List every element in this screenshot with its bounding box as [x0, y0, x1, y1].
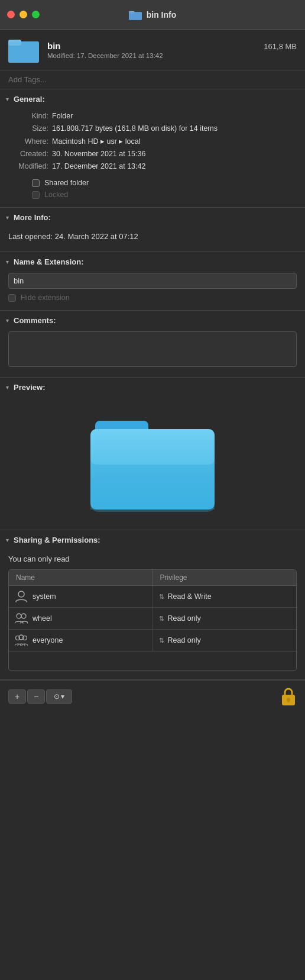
- title-bar-content: bin Info: [129, 9, 177, 20]
- shared-folder-checkbox[interactable]: [32, 179, 40, 187]
- general-chevron-icon: ▾: [6, 96, 9, 102]
- general-section: ▾ General: Kind: Folder Size: 161.808.71…: [0, 89, 305, 208]
- size-value: 161.808.717 bytes (161,8 MB on disk) for…: [52, 122, 297, 135]
- perm-row-system: system ⇅ Read & Write: [9, 586, 296, 608]
- sharing-permissions-header[interactable]: ▾ Sharing & Permissions:: [0, 530, 305, 549]
- more-info-body: Last opened: 24. March 2022 at 07:12: [0, 226, 305, 252]
- more-options-chevron-icon: ▾: [61, 692, 64, 701]
- window-title: bin Info: [147, 10, 177, 20]
- perm-name-cell-system: system: [9, 586, 153, 607]
- file-header: bin 161,8 MB Modified: 17. December 2021…: [0, 30, 305, 70]
- file-info: bin 161,8 MB Modified: 17. December 2021…: [47, 41, 297, 59]
- preview-section: ▾ Preview:: [0, 378, 305, 530]
- name-extension-section: ▾ Name & Extension: Hide extension: [0, 252, 305, 311]
- modified-row: Modified: 17. December 2021 at 13:42: [8, 160, 297, 173]
- perm-privilege-wheel: Read only: [168, 614, 201, 623]
- file-modified: Modified: 17. December 2021 at 13:42: [47, 52, 297, 59]
- perm-empty-row-1: [9, 652, 296, 670]
- preview-title: Preview:: [14, 383, 45, 392]
- more-info-header[interactable]: ▾ More Info:: [0, 208, 305, 226]
- created-row: Created: 30. November 2021 at 15:36: [8, 148, 297, 160]
- svg-point-12: [18, 591, 24, 597]
- hide-extension-label: Hide extension: [21, 294, 70, 302]
- size-row: Size: 161.808.717 bytes (161,8 MB on dis…: [8, 122, 297, 135]
- created-value: 30. November 2021 at 15:36: [52, 148, 297, 160]
- permissions-privilege-column-header: Privilege: [153, 570, 297, 585]
- bottom-toolbar: + − ⊙ ▾: [0, 680, 305, 713]
- kind-label: Kind:: [8, 110, 48, 122]
- where-label: Where:: [8, 136, 48, 148]
- svg-rect-20: [288, 699, 290, 702]
- hide-extension-row: Hide extension: [8, 294, 297, 302]
- name-extension-header[interactable]: ▾ Name & Extension:: [0, 252, 305, 270]
- priv-arrows-wheel: ⇅: [159, 615, 164, 623]
- more-info-section: ▾ More Info: Last opened: 24. March 2022…: [0, 208, 305, 252]
- preview-header[interactable]: ▾ Preview:: [0, 378, 305, 396]
- locked-checkbox[interactable]: [32, 191, 40, 199]
- comments-header[interactable]: ▾ Comments:: [0, 311, 305, 329]
- created-label: Created:: [8, 148, 48, 160]
- general-section-body: Kind: Folder Size: 161.808.717 bytes (16…: [0, 108, 305, 207]
- preview-body: [0, 396, 305, 530]
- close-button[interactable]: [7, 11, 15, 18]
- sharing-permissions-body: You can only read Name Privilege system …: [0, 549, 305, 679]
- perm-name-text-wheel: wheel: [33, 614, 52, 623]
- perm-name-text-everyone: everyone: [33, 636, 63, 644]
- tags-section: [0, 70, 305, 89]
- general-checkboxes: Shared folder Locked: [8, 179, 297, 199]
- locked-row: Locked: [32, 191, 297, 199]
- name-input[interactable]: [8, 273, 297, 289]
- add-permission-button[interactable]: +: [8, 689, 26, 704]
- permissions-name-column-header: Name: [9, 570, 153, 585]
- perm-privilege-system: Read & Write: [168, 592, 212, 601]
- preview-chevron-icon: ▾: [6, 384, 9, 391]
- more-info-chevron-icon: ▾: [6, 214, 9, 221]
- modified-value: 17. December 2021 at 13:42: [52, 160, 297, 173]
- everyone-user-icon: [15, 634, 28, 647]
- where-value: Macintosh HD ▸ usr ▸ local: [52, 136, 297, 148]
- title-bar: bin Info: [0, 0, 305, 30]
- more-options-button[interactable]: ⊙ ▾: [46, 689, 72, 704]
- permissions-table-header: Name Privilege: [9, 570, 296, 586]
- kind-value: Folder: [52, 110, 297, 122]
- sharing-permissions-section: ▾ Sharing & Permissions: You can only re…: [0, 530, 305, 680]
- more-info-title: More Info:: [14, 213, 51, 222]
- perm-name-cell-everyone: everyone: [9, 630, 153, 651]
- svg-rect-2: [129, 12, 142, 20]
- folder-preview-icon: [89, 408, 216, 514]
- priv-arrows-everyone: ⇅: [159, 637, 164, 644]
- tags-input[interactable]: [8, 75, 297, 84]
- shared-folder-row: Shared folder: [32, 179, 297, 187]
- lock-icon[interactable]: [280, 686, 297, 707]
- perm-priv-cell-system[interactable]: ⇅ Read & Write: [153, 588, 297, 605]
- file-folder-icon: [8, 37, 39, 63]
- comments-title: Comments:: [14, 316, 56, 325]
- sharing-permissions-title: Sharing & Permissions:: [14, 536, 100, 544]
- comments-chevron-icon: ▾: [6, 317, 9, 324]
- where-row: Where: Macintosh HD ▸ usr ▸ local: [8, 136, 297, 148]
- hide-extension-checkbox[interactable]: [8, 294, 16, 302]
- maximize-button[interactable]: [32, 11, 40, 18]
- perm-privilege-everyone: Read only: [168, 636, 201, 644]
- perm-priv-cell-wheel[interactable]: ⇅ Read only: [153, 610, 297, 627]
- general-section-title: General:: [14, 95, 45, 104]
- perm-priv-cell-everyone[interactable]: ⇅ Read only: [153, 632, 297, 649]
- multi-user-icon: [15, 612, 28, 625]
- file-name: bin: [47, 41, 61, 51]
- more-options-icon: ⊙: [54, 692, 60, 701]
- shared-folder-label: Shared folder: [44, 179, 89, 187]
- name-extension-chevron-icon: ▾: [6, 259, 9, 265]
- general-section-header[interactable]: ▾ General:: [0, 89, 305, 108]
- folder-icon: [129, 9, 142, 20]
- size-label: Size:: [8, 122, 48, 135]
- sharing-permissions-chevron-icon: ▾: [6, 537, 9, 543]
- minimize-button[interactable]: [20, 11, 27, 18]
- comments-textarea[interactable]: [8, 331, 297, 367]
- remove-permission-button[interactable]: −: [27, 689, 45, 704]
- general-info-table: Kind: Folder Size: 161.808.717 bytes (16…: [8, 110, 297, 173]
- locked-label: Locked: [44, 191, 68, 199]
- kind-row: Kind: Folder: [8, 110, 297, 122]
- name-extension-title: Name & Extension:: [14, 257, 83, 266]
- svg-rect-11: [90, 429, 215, 510]
- perm-name-cell-wheel: wheel: [9, 608, 153, 629]
